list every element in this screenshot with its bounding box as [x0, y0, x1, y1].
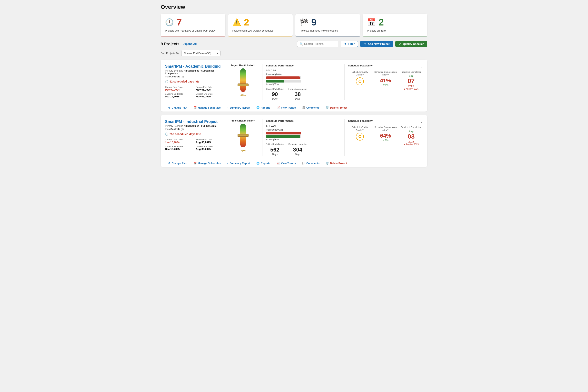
- search-box: 🔍: [297, 41, 338, 47]
- delete-project-button[interactable]: 🗑️ Delete Project: [322, 159, 350, 167]
- gauge-indicator: [238, 84, 248, 86]
- quality-checker-button[interactable]: ✓ Quality Checker: [395, 41, 427, 47]
- manage-schedules-button[interactable]: 📅 Manage Schedules: [190, 159, 224, 167]
- check-icon: ✓: [399, 42, 401, 46]
- delete-project-button[interactable]: 🗑️ Delete Project: [322, 104, 350, 112]
- clock-icon: 🕐: [165, 19, 174, 26]
- comment-icon: 💬: [302, 162, 305, 165]
- page-container: Overview 🕐 7 Projects with >30 Days of C…: [161, 4, 427, 167]
- gauge-bar: [240, 68, 246, 92]
- trend-icon: 📈: [276, 162, 280, 165]
- feasibility-title: Schedule Feasibility: [348, 119, 372, 122]
- schedule-performance-title: Schedule Performance: [266, 64, 341, 67]
- project-card: SmartPM - Industrial Project Primary Sce…: [161, 115, 427, 167]
- baseline-end-date: Baseline End Date Mar 14,2025: [165, 93, 193, 98]
- baseline-end-date: Baseline End Date Dec 15,2025: [165, 145, 193, 150]
- predicted-year: 2025: [399, 85, 423, 88]
- future-acceleration-col: Future Acceleration 304 Days: [288, 143, 307, 156]
- planned-label: Planned (100%): [266, 128, 341, 131]
- chevron-right-icon[interactable]: ⌄: [420, 64, 423, 68]
- expand-all-button[interactable]: Expand All: [183, 42, 197, 46]
- days-late: 🕐 52 scheduled days late: [165, 80, 224, 83]
- add-project-button[interactable]: ◻ Add New Project: [360, 41, 393, 47]
- gear-icon: ⚙: [168, 162, 170, 165]
- date-grid: Current Data Date Dec 09,2024 Source End…: [165, 86, 224, 98]
- gauge-container: 61%: [240, 68, 246, 97]
- predicted-month: Sep: [399, 130, 423, 133]
- low-quality-label: Projects with Low Quality Schedules: [232, 29, 288, 32]
- summary-card-critical-path[interactable]: 🕐 7 Projects with >30 Days of Critical P…: [161, 14, 226, 36]
- planned-bar-fill: [266, 132, 301, 134]
- predicted-day: 07: [399, 78, 423, 85]
- comments-button[interactable]: 💬 Comments: [299, 104, 322, 112]
- planned-bar: [266, 76, 301, 79]
- sort-select[interactable]: Current End Date (ASC) Current End Date …: [181, 50, 220, 56]
- change-plan-button[interactable]: ⚙ Change Plan: [165, 104, 190, 112]
- actual-bar-fill: [266, 135, 300, 138]
- summary-card-new-schedules[interactable]: 🏁 9 Projects that need new schedules: [295, 14, 360, 36]
- project-actions: ⚙ Change Plan 📅 Manage Schedules ≡ Summa…: [165, 159, 423, 167]
- quality-grade-col: Schedule Quality Grade™ C: [348, 70, 372, 90]
- clock-late-icon: 🕐: [165, 80, 168, 83]
- filter-button[interactable]: ▼ Filter: [341, 41, 358, 47]
- view-trends-button[interactable]: 📈 View Trends: [274, 104, 299, 112]
- gauge-container: 78%: [240, 124, 246, 152]
- summary-report-button[interactable]: ≡ Summary Report: [224, 159, 253, 167]
- summary-cards: 🕐 7 Projects with >30 Days of Critical P…: [161, 14, 427, 36]
- health-index-title: Project Health Index™: [230, 64, 256, 67]
- feasibility-cols: Schedule Quality Grade™ C Schedule Compr…: [348, 126, 423, 145]
- project-info: SmartPM - Industrial Project Primary Sce…: [165, 119, 224, 156]
- calendar-check-icon: 📅: [367, 19, 376, 26]
- search-input[interactable]: [304, 42, 336, 46]
- on-track-count: 2: [379, 18, 384, 27]
- spi-label: SPI 0.54: [266, 69, 276, 72]
- projects-list: SmartPM - Academic Building Primary Scen…: [161, 60, 427, 167]
- actual-label: Actual (96%): [266, 138, 341, 141]
- critical-cols: Critical Path Delay 90 Days Future Accel…: [266, 88, 341, 100]
- change-plan-button[interactable]: ⚙ Change Plan: [165, 159, 190, 167]
- project-name[interactable]: SmartPM - Industrial Project: [165, 119, 224, 124]
- project-name[interactable]: SmartPM - Academic Building: [165, 64, 224, 68]
- days-late: 🕐 258 scheduled days late: [165, 132, 224, 136]
- chevron-right-icon[interactable]: ⌄: [420, 119, 423, 124]
- manage-schedules-button[interactable]: 📅 Manage Schedules: [190, 104, 224, 112]
- summary-card-on-track[interactable]: 📅 2 Projects on track: [363, 14, 428, 36]
- feasibility-cols: Schedule Quality Grade™ C Schedule Compr…: [348, 70, 423, 90]
- project-card: SmartPM - Academic Building Primary Scen…: [161, 60, 427, 112]
- project-primary-scenario: Primary Scenario All Schedules - Substan…: [165, 70, 224, 75]
- reports-button[interactable]: 🌐 Reports: [253, 104, 274, 112]
- globe-icon: 🌐: [256, 106, 260, 109]
- critical-path-count: 7: [176, 18, 182, 27]
- projects-count: 9 Projects: [161, 42, 180, 46]
- critical-path-delay-col: Critical Path Delay 90 Days: [266, 88, 284, 100]
- view-trends-button[interactable]: 📈 View Trends: [274, 159, 299, 167]
- compression-change: ▼1%: [374, 139, 398, 142]
- health-index-section: Project Health Index™ 61%: [227, 64, 259, 100]
- project-info: SmartPM - Academic Building Primary Scen…: [165, 64, 224, 100]
- compression-index-col: Schedule Compression Index™ 41% ▼4%: [374, 70, 398, 90]
- reports-button[interactable]: 🌐 Reports: [253, 159, 274, 167]
- sort-label: Sort Projects By: [161, 52, 179, 55]
- gauge-bar: [240, 124, 246, 147]
- current-end-date: Current End Date Aug 30,2025: [196, 145, 224, 150]
- quality-grade-circle: C: [356, 133, 364, 140]
- schedule-performance-title: Schedule Performance: [266, 119, 341, 122]
- quality-checker-label: Quality Checker: [403, 42, 424, 46]
- progress-section: Planned (96%) Actual (52%): [266, 73, 341, 86]
- on-track-label: Projects on track: [367, 29, 423, 32]
- comments-button[interactable]: 💬 Comments: [299, 159, 322, 167]
- actual-bar: [266, 80, 301, 82]
- predicted-month: Sep: [399, 74, 423, 78]
- summary-report-button[interactable]: ≡ Summary Report: [224, 104, 253, 112]
- new-schedules-count: 9: [311, 18, 316, 27]
- summary-card-low-quality[interactable]: ⚠️ 2 Projects with Low Quality Schedules: [228, 14, 293, 36]
- calendar-icon: 📅: [194, 162, 196, 165]
- gauge-percent: 61%: [240, 94, 246, 97]
- report-icon: ≡: [227, 162, 228, 165]
- comment-icon: 💬: [302, 106, 305, 109]
- planned-label: Planned (96%): [266, 73, 341, 76]
- new-schedules-label: Projects that need new schedules: [300, 29, 356, 32]
- schedule-feasibility-section: Schedule Feasibility ⌄ Schedule Quality …: [344, 119, 423, 156]
- add-icon: ◻: [364, 42, 366, 46]
- clock-late-icon: 🕐: [165, 132, 168, 136]
